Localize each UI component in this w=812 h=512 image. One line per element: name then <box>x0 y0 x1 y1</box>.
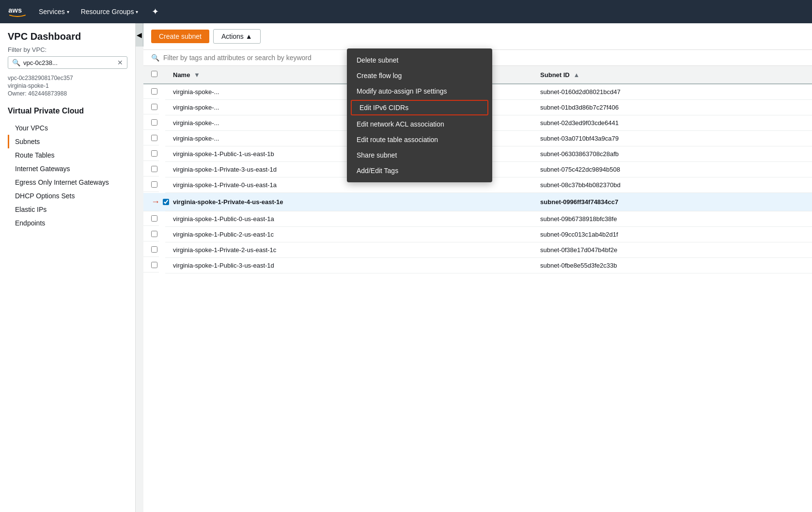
content-area: Create subnet Actions ▲ 🔍 Name ▼ <box>143 23 812 512</box>
pin-icon[interactable]: ✦ <box>152 6 159 17</box>
sidebar-item-dhcp[interactable]: DHCP Options Sets <box>8 189 127 203</box>
row-subnet-id: subnet-0160d2d08021bcd47 <box>532 84 812 100</box>
dropdown-item-edit-network-acl[interactable]: Edit network ACL association <box>347 116 492 132</box>
row-checkbox[interactable] <box>163 199 169 205</box>
row-checkbox[interactable] <box>151 231 157 237</box>
create-subnet-button[interactable]: Create subnet <box>151 30 209 43</box>
row-name: virginia-spoke-1-Public-3-us-east-1d <box>165 258 532 273</box>
row-checkbox[interactable] <box>151 88 157 95</box>
actions-button[interactable]: Actions ▲ <box>213 29 261 44</box>
row-checkbox[interactable] <box>151 104 157 110</box>
row-subnet-id: subnet-0f38e17d047b4bf2e <box>532 242 812 258</box>
row-subnet-id: subnet-08c37bb4b082370bd <box>532 177 812 193</box>
toolbar: Create subnet Actions ▲ <box>143 23 812 50</box>
sidebar-title: VPC Dashboard <box>8 31 127 42</box>
sidebar: VPC Dashboard Filter by VPC: 🔍 ✕ vpc-0c2… <box>0 23 136 512</box>
aws-logo[interactable]: aws <box>8 5 27 18</box>
row-checkbox-cell <box>143 242 159 257</box>
select-all-header[interactable] <box>143 66 165 84</box>
dropdown-item-edit-ipv6-cidrs[interactable]: Edit IPv6 CIDRs <box>351 100 488 115</box>
table-row[interactable]: virginia-spoke-1-Public-3-us-east-1dsubn… <box>143 258 812 273</box>
row-checkbox-cell <box>143 115 159 130</box>
dropdown-item-edit-route-table[interactable]: Edit route table association <box>347 132 492 147</box>
row-checkbox-cell <box>143 100 159 114</box>
dropdown-item-add-edit-tags[interactable]: Add/Edit Tags <box>347 163 492 178</box>
collapse-icon: ◀ <box>137 31 142 39</box>
subnet-id-sort-icon: ▲ <box>573 71 579 79</box>
row-subnet-id: subnet-0996ff34f74834cc7 <box>532 193 812 211</box>
dropdown-item-delete-subnet[interactable]: Delete subnet <box>347 52 492 68</box>
row-subnet-id: subnet-03a0710bf43a9ca79 <box>532 131 812 146</box>
sidebar-item-internet-gateways[interactable]: Internet Gateways <box>8 162 127 176</box>
resource-groups-nav[interactable]: Resource Groups ▾ <box>81 8 139 16</box>
row-checkbox[interactable] <box>151 150 157 157</box>
subnet-id-column-header[interactable]: Subnet ID ▲ <box>532 66 812 84</box>
row-name: virginia-spoke-1-Public-0-us-east-1a <box>165 211 532 227</box>
select-all-checkbox[interactable] <box>151 71 157 77</box>
sidebar-item-egress-only[interactable]: Egress Only Internet Gateways <box>8 176 127 189</box>
resource-groups-chevron-icon: ▾ <box>136 9 138 15</box>
vpc-filter-input[interactable] <box>23 59 117 66</box>
filter-label: Filter by VPC: <box>8 46 127 53</box>
selected-row-arrow: → <box>151 197 160 207</box>
top-navigation: aws Services ▾ Resource Groups ▾ ✦ <box>0 0 812 23</box>
services-nav[interactable]: Services ▾ <box>39 8 69 16</box>
row-subnet-id: subnet-0fbe8e55d3fe2c33b <box>532 258 812 273</box>
sidebar-item-subnets[interactable]: Subnets <box>8 135 127 148</box>
dropdown-item-create-flow-log[interactable]: Create flow log <box>347 68 492 83</box>
table-search-icon: 🔍 <box>151 54 159 62</box>
row-subnet-id: subnet-06303863708c28afb <box>532 146 812 162</box>
table-row[interactable]: virginia-spoke-1-Private-2-us-east-1csub… <box>143 242 812 258</box>
actions-dropdown: Delete subnetCreate flow logModify auto-… <box>347 48 492 182</box>
row-checkbox-cell <box>143 131 159 145</box>
services-chevron-icon: ▾ <box>67 9 69 15</box>
row-checkbox[interactable] <box>151 246 157 253</box>
row-name: virginia-spoke-1-Private-2-us-east-1c <box>165 242 532 258</box>
row-checkbox[interactable] <box>151 166 157 172</box>
row-checkbox[interactable] <box>151 135 157 141</box>
row-subnet-id: subnet-075c422dc9894b508 <box>532 162 812 177</box>
row-checkbox[interactable] <box>151 215 157 222</box>
vpc-filter-search[interactable]: 🔍 ✕ <box>8 56 127 69</box>
row-checkbox-cell <box>143 162 159 176</box>
row-subnet-id: subnet-09b6738918bfc38fe <box>532 211 812 227</box>
resource-groups-label: Resource Groups <box>81 8 134 16</box>
section-title: Virtual Private Cloud <box>8 107 127 115</box>
row-subnet-id: subnet-09cc013c1ab4b2d1f <box>532 227 812 242</box>
table-row[interactable]: virginia-spoke-1-Public-2-us-east-1csubn… <box>143 227 812 242</box>
vpc-id: vpc-0c2382908170ec357 <box>8 75 127 81</box>
row-checkbox-cell <box>143 84 159 99</box>
svg-text:aws: aws <box>8 6 22 14</box>
clear-icon[interactable]: ✕ <box>117 59 123 66</box>
row-subnet-id: subnet-02d3ed9f03cde6441 <box>532 115 812 131</box>
row-checkbox-cell <box>143 258 159 272</box>
name-sort-icon: ▼ <box>194 71 200 79</box>
sidebar-item-endpoints[interactable]: Endpoints <box>8 216 127 230</box>
dropdown-item-share-subnet[interactable]: Share subnet <box>347 147 492 163</box>
row-checkbox-cell <box>143 177 159 192</box>
row-checkbox[interactable] <box>151 181 157 188</box>
sidebar-item-elastic-ips[interactable]: Elastic IPs <box>8 203 127 216</box>
row-subnet-id: subnet-01bd3d86b7c27f406 <box>532 100 812 115</box>
table-row[interactable]: →virginia-spoke-1-Private-4-us-east-1esu… <box>143 193 812 211</box>
row-name: virginia-spoke-1-Private-4-us-east-1e <box>165 193 532 211</box>
row-checkbox-cell: → <box>143 193 159 211</box>
dropdown-item-modify-auto-assign[interactable]: Modify auto-assign IP settings <box>347 83 492 99</box>
row-checkbox[interactable] <box>151 119 157 126</box>
row-checkbox-cell <box>143 146 159 161</box>
services-label: Services <box>39 8 65 16</box>
row-checkbox[interactable] <box>151 262 157 268</box>
row-checkbox-cell <box>143 227 159 241</box>
table-row[interactable]: virginia-spoke-1-Public-0-us-east-1asubn… <box>143 211 812 227</box>
sidebar-item-route-tables[interactable]: Route Tables <box>8 148 127 162</box>
search-icon: 🔍 <box>12 59 20 66</box>
row-name: virginia-spoke-1-Public-2-us-east-1c <box>165 227 532 242</box>
vpc-name: virginia-spoke-1 <box>8 82 127 89</box>
owner-id: Owner: 462446873988 <box>8 90 127 97</box>
sidebar-item-your-vpcs[interactable]: Your VPCs <box>8 121 127 135</box>
row-checkbox-cell <box>143 211 159 226</box>
sidebar-collapse-handle[interactable]: ◀ <box>136 23 143 47</box>
